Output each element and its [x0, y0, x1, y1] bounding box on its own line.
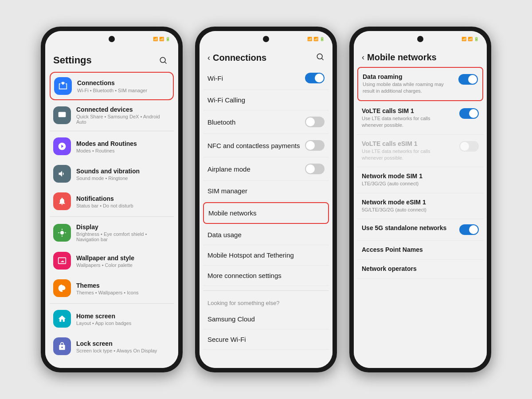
connections-text: Connections Wi-Fi • Bluetooth • SIM mana…	[77, 79, 169, 93]
connections-item-airplane[interactable]: Airplane mode	[203, 157, 329, 181]
hotspot-label: Mobile Hotspot and Tethering	[207, 251, 294, 259]
wifi-toggle[interactable]	[305, 73, 325, 83]
connections-item-hotspot[interactable]: Mobile Hotspot and Tethering	[203, 245, 329, 266]
volte-sim1-toggle[interactable]	[459, 108, 479, 119]
connected-devices-title: Connected devices	[76, 106, 170, 113]
sounds-text: Sounds and vibration Sound mode • Ringto…	[76, 167, 170, 181]
settings-item-display[interactable]: Display Brightness • Eye comfort shield …	[50, 219, 174, 246]
modes-icon	[53, 137, 71, 155]
mn-item-data-roaming[interactable]: Data roaming Using mobile data while roa…	[357, 67, 483, 101]
connections-header-left: ‹ Connections	[207, 53, 266, 63]
back-button-connections[interactable]: ‹	[207, 53, 210, 63]
connections-item-secure-wifi[interactable]: Secure Wi-Fi	[203, 329, 329, 350]
data-usage-label: Data usage	[207, 231, 242, 239]
homescreen-title: Home screen	[76, 312, 170, 320]
wallpaper-sub: Wallpapers • Color palette	[76, 262, 170, 268]
lockscreen-title: Lock screen	[76, 340, 170, 348]
mn-item-network-mode-esim1[interactable]: Network mode eSIM 1 5G/LTE/3G/2G (auto c…	[357, 193, 483, 219]
settings-list: Connections Wi-Fi • Bluetooth • SIM mana…	[45, 72, 178, 368]
notifications-sub: Status bar • Do not disturb	[76, 203, 170, 208]
sounds-title: Sounds and vibration	[76, 167, 170, 175]
connections-search-button[interactable]	[316, 52, 325, 63]
search-button[interactable]	[156, 53, 170, 67]
connections-item-bluetooth[interactable]: Bluetooth	[203, 110, 329, 134]
notch-3	[417, 36, 423, 42]
volte-sim1-sub: Use LTE data networks for calls whenever…	[362, 115, 450, 129]
settings-item-homescreen[interactable]: Home screen Layout • App icon badges	[50, 305, 174, 332]
use-5g-toggle[interactable]	[459, 224, 479, 235]
connected-devices-icon	[53, 106, 71, 124]
mn-item-volte-sim1-row: VoLTE calls SIM 1 Use LTE data networks …	[362, 107, 479, 129]
phone-1: 📶📶🔋 Settings Connectio	[41, 27, 183, 372]
settings-item-sounds[interactable]: Sounds and vibration Sound mode • Ringto…	[50, 160, 174, 187]
connections-item-data-usage[interactable]: Data usage	[203, 225, 329, 245]
status-bar-1: 📶📶🔋	[45, 31, 178, 47]
wallpaper-text: Wallpaper and style Wallpapers • Color p…	[76, 254, 170, 268]
divider-2	[50, 216, 174, 217]
phone-3: 📶📶🔋 ‹ Mobile networks Data roaming Using…	[349, 27, 491, 372]
data-roaming-toggle[interactable]	[458, 74, 478, 85]
status-bar-2: 📶📶🔋	[200, 31, 332, 47]
settings-item-notifications[interactable]: Notifications Status bar • Do not distur…	[50, 188, 174, 215]
display-text: Display Brightness • Eye comfort shield …	[76, 223, 170, 242]
status-icons-2: 📶📶🔋	[307, 37, 325, 41]
homescreen-text: Home screen Layout • App icon badges	[76, 312, 170, 326]
mn-item-volte-esim1[interactable]: VoLTE calls eSIM 1 Use LTE data networks…	[357, 135, 483, 168]
connections-item-sim[interactable]: SIM manager	[203, 181, 329, 201]
sim-label: SIM manager	[207, 187, 247, 195]
mn-item-data-roaming-row: Data roaming Using mobile data while roa…	[363, 73, 478, 95]
wificalling-label: Wi-Fi Calling	[207, 96, 245, 104]
apn-title: Access Point Names	[362, 246, 479, 253]
status-icons-1: 📶📶🔋	[153, 37, 170, 41]
divider-1	[50, 131, 174, 131]
mn-item-use-5g[interactable]: Use 5G standalone networks	[357, 219, 483, 241]
settings-item-wallpaper[interactable]: Wallpaper and style Wallpapers • Color p…	[50, 247, 174, 274]
network-mode-sim1-title: Network mode SIM 1	[362, 172, 479, 180]
connected-devices-text: Connected devices Quick Share • Samsung …	[76, 106, 170, 125]
mn-item-volte-esim1-row: VoLTE calls eSIM 1 Use LTE data networks…	[362, 140, 479, 162]
connections-item-mobile-networks[interactable]: Mobile networks	[203, 202, 329, 224]
display-title: Display	[76, 223, 170, 231]
connections-item-samsung-cloud[interactable]: Samsung Cloud	[203, 309, 329, 329]
settings-item-themes[interactable]: Themes Themes • Wallpapers • Icons	[50, 275, 174, 301]
settings-item-connections[interactable]: Connections Wi-Fi • Bluetooth • SIM mana…	[50, 72, 174, 100]
themes-sub: Themes • Wallpapers • Icons	[76, 290, 170, 295]
settings-item-modes[interactable]: Modes and Routines Modes • Routines	[50, 133, 174, 160]
use-5g-title: Use 5G standalone networks	[362, 224, 446, 231]
svg-line-6	[322, 59, 324, 60]
mobile-networks-title: Mobile networks	[367, 52, 437, 63]
volte-sim1-title: VoLTE calls SIM 1	[362, 107, 450, 114]
lockscreen-sub: Screen lock type • Always On Display	[76, 348, 170, 353]
bluetooth-toggle[interactable]	[305, 117, 325, 127]
themes-title: Themes	[76, 282, 170, 289]
mn-item-network-operators[interactable]: Network operators	[357, 260, 483, 279]
back-button-mobile-networks[interactable]: ‹	[362, 53, 364, 62]
connections-item-wificalling[interactable]: Wi-Fi Calling	[203, 90, 329, 110]
connections-item-wifi[interactable]: Wi-Fi	[203, 66, 329, 90]
display-icon	[53, 224, 71, 242]
airplane-toggle[interactable]	[305, 164, 325, 174]
mn-item-apn[interactable]: Access Point Names	[357, 241, 483, 260]
connections-list: Wi-Fi Wi-Fi Calling Bluetooth NFC and co…	[200, 66, 332, 368]
mn-item-volte-sim1[interactable]: VoLTE calls SIM 1 Use LTE data networks …	[357, 102, 483, 135]
mn-item-network-mode-sim1[interactable]: Network mode SIM 1 LTE/3G/2G (auto conne…	[357, 167, 483, 193]
connections-item-nfc[interactable]: NFC and contactless payments	[203, 134, 329, 157]
volte-esim1-toggle[interactable]	[459, 141, 479, 152]
connections-title: Connections	[77, 79, 169, 87]
settings-item-connected-devices[interactable]: Connected devices Quick Share • Samsung …	[50, 101, 174, 129]
nfc-toggle[interactable]	[305, 140, 325, 151]
samsung-cloud-label: Samsung Cloud	[207, 315, 255, 323]
svg-line-1	[165, 62, 167, 64]
connections-icon	[54, 77, 72, 95]
modes-text: Modes and Routines Modes • Routines	[76, 140, 170, 153]
network-mode-esim1-sub: 5G/LTE/3G/2G (auto connect)	[362, 207, 450, 213]
wifi-label: Wi-Fi	[207, 74, 223, 82]
mobile-networks-label: Mobile networks	[208, 209, 256, 217]
svg-rect-2	[59, 112, 66, 117]
looking-for-label: Looking for something else?	[203, 295, 329, 309]
themes-text: Themes Themes • Wallpapers • Icons	[76, 282, 170, 295]
settings-item-lockscreen[interactable]: Lock screen Screen lock type • Always On…	[50, 333, 174, 360]
notifications-text: Notifications Status bar • Do not distur…	[76, 195, 170, 208]
sounds-sub: Sound mode • Ringtone	[76, 176, 170, 181]
connections-item-more[interactable]: More connection settings	[203, 266, 329, 286]
